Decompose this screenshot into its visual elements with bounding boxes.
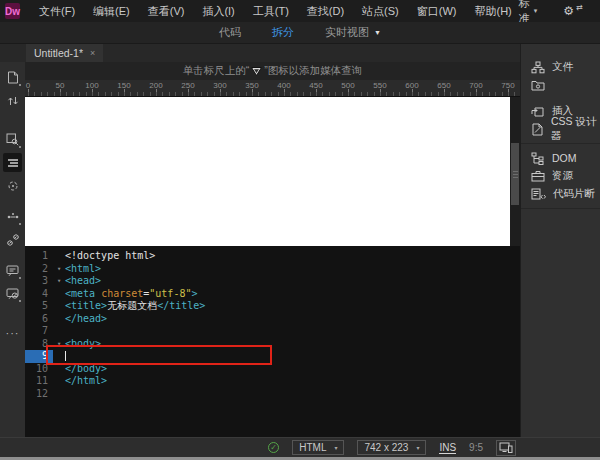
code-line[interactable]: 3▾<head> [25, 275, 520, 288]
line-number: 7 [25, 325, 53, 338]
ruler-label: 200 [149, 81, 162, 90]
cc-libraries-panel-icon [531, 79, 545, 91]
ruler-label: 500 [341, 81, 354, 90]
files-panel-icon [531, 61, 545, 74]
cursor-position: 9:5 [469, 442, 483, 453]
file-management-icon[interactable] [3, 91, 22, 110]
panel-label: CSS 设计器 [551, 115, 600, 143]
doc-type-dropdown[interactable]: HTML ▾ [292, 440, 344, 455]
menu-item[interactable]: 查看(V) [141, 2, 192, 21]
chevron-down-icon: ▾ [534, 7, 538, 15]
tab-close-icon[interactable]: × [90, 48, 95, 58]
view-mode-button[interactable]: 代码 [219, 25, 246, 40]
customize-toolbar-icon[interactable]: ··· [3, 323, 22, 342]
snippets-panel-icon [531, 188, 546, 200]
window-size-dropdown[interactable]: 742 x 223 ▾ [357, 440, 426, 455]
document-tab[interactable]: Untitled-1* × [26, 44, 103, 62]
minimize-button[interactable] [596, 2, 600, 20]
code-line[interactable]: 12 [25, 388, 520, 401]
view-mode-label: 拆分 [272, 25, 294, 40]
device-preview-icon [499, 442, 513, 453]
files-panel-tab[interactable]: 文件 [521, 58, 600, 76]
title-bar: Dw 文件(F)编辑(E)查看(V)插入(I)工具(T)查找(D)站点(S)窗口… [0, 0, 600, 22]
window-size-value: 742 x 223 [364, 442, 408, 453]
code-text: <html> [65, 263, 101, 276]
dom-panel-icon [531, 152, 545, 165]
code-line[interactable]: 11</html> [25, 375, 520, 388]
assets-panel-icon [531, 170, 545, 182]
code-line[interactable]: 1<!doctype html> [25, 250, 520, 263]
line-number: 6 [25, 313, 53, 326]
scrollbar-thumb[interactable] [511, 143, 519, 205]
right-panel-dock: 文件 插入 CSS 设计器 DOM 资源 代码片断 [520, 44, 600, 457]
menu-item[interactable]: 文件(F) [32, 2, 82, 21]
line-number: 5 [25, 300, 53, 313]
menu-item[interactable]: 窗口(W) [410, 2, 464, 21]
code-line[interactable]: 5<title>无标题文档</title> [25, 300, 520, 313]
snippets-panel-tab[interactable]: 代码片断 [521, 185, 600, 203]
menu-item[interactable]: 编辑(E) [86, 2, 137, 21]
horizontal-ruler[interactable]: 0501001502002503003504004505005506006507… [25, 80, 520, 97]
code-line[interactable]: 7 [25, 325, 520, 338]
ruler-label: 100 [85, 81, 98, 90]
validation-ok-icon: ✓ [268, 442, 279, 453]
insert-panel-icon [531, 105, 545, 118]
tab-title: Untitled-1* [34, 47, 83, 59]
remove-link-icon[interactable] [3, 230, 22, 249]
line-number: 4 [25, 288, 53, 301]
panel-divider [521, 143, 600, 144]
view-mode-button[interactable]: 拆分 [272, 25, 299, 40]
code-line[interactable]: 2▾<html> [25, 263, 520, 276]
code-text: <head> [65, 275, 101, 288]
line-number: 3 [25, 275, 53, 288]
design-view-canvas[interactable] [25, 97, 510, 246]
sync-settings-gear-icon[interactable]: ⚙⇄ [563, 4, 574, 18]
menu-item[interactable]: 工具(T) [246, 2, 296, 21]
css-designer-panel-icon [531, 123, 544, 136]
format-source-code-icon[interactable] [3, 153, 22, 172]
device-preview-button[interactable] [496, 440, 516, 456]
apply-comment-icon[interactable] [3, 261, 22, 280]
doc-type-value: HTML [299, 442, 326, 453]
live-code-inspect-icon[interactable] [3, 130, 22, 149]
menu-item[interactable]: 帮助(H) [468, 2, 519, 21]
media-query-triangle-icon [251, 67, 262, 76]
menu-item[interactable]: 站点(S) [355, 2, 406, 21]
cc-libraries-panel-tab[interactable] [521, 76, 600, 94]
view-mode-bar: 代码 拆分 实时视图 ▼ [0, 22, 600, 44]
code-lines: 1<!doctype html>2▾<html>3▾<head>4<meta c… [25, 250, 520, 400]
dom-panel-tab[interactable]: DOM [521, 149, 600, 167]
fold-arrow-icon[interactable]: ▾ [53, 275, 65, 288]
message-suffix: ”图标以添加媒体查询 [264, 64, 362, 78]
document-area: 单击标尺上的“ ”图标以添加媒体查询 050100150200250300350… [25, 62, 520, 437]
ruler-labels: 0501001502002503003504004505005506006507… [28, 81, 520, 91]
ruler-label: 150 [117, 81, 130, 90]
insert-mode-indicator[interactable]: INS [439, 442, 456, 454]
menu-item[interactable]: 查找(D) [300, 2, 351, 21]
fold-arrow-icon[interactable]: ▾ [53, 263, 65, 276]
vertical-scrollbar[interactable] [510, 97, 520, 246]
chevron-down-icon: ▾ [416, 444, 419, 451]
code-text: </html> [65, 375, 107, 388]
window-controls: × [596, 2, 600, 20]
guides-target-icon[interactable] [3, 176, 22, 195]
code-text: <title>无标题文档</title> [65, 300, 205, 313]
line-number: 11 [25, 375, 53, 388]
panel-divider [521, 208, 600, 209]
code-line[interactable]: 4<meta charset="utf-8"> [25, 288, 520, 301]
ruler-label: 650 [437, 81, 450, 90]
panel-label: 文件 [552, 60, 573, 74]
remove-comment-icon[interactable] [3, 284, 22, 303]
open-documents-icon[interactable] [3, 68, 22, 87]
code-hints-icon[interactable] [3, 207, 22, 226]
assets-panel-tab[interactable]: 资源 [521, 167, 600, 185]
dreamweaver-logo-icon: Dw [5, 3, 20, 19]
ruler-label: 250 [181, 81, 194, 90]
view-mode-button[interactable]: 实时视图 ▼ [325, 25, 381, 40]
css-designer-panel-tab[interactable]: CSS 设计器 [521, 120, 600, 138]
document-tab-bar: Untitled-1* × [0, 44, 600, 62]
ruler-label: 550 [373, 81, 386, 90]
code-line[interactable]: 6</head> [25, 313, 520, 326]
menu-item[interactable]: 插入(I) [195, 2, 241, 21]
code-view[interactable]: 1<!doctype html>2▾<html>3▾<head>4<meta c… [25, 246, 520, 437]
